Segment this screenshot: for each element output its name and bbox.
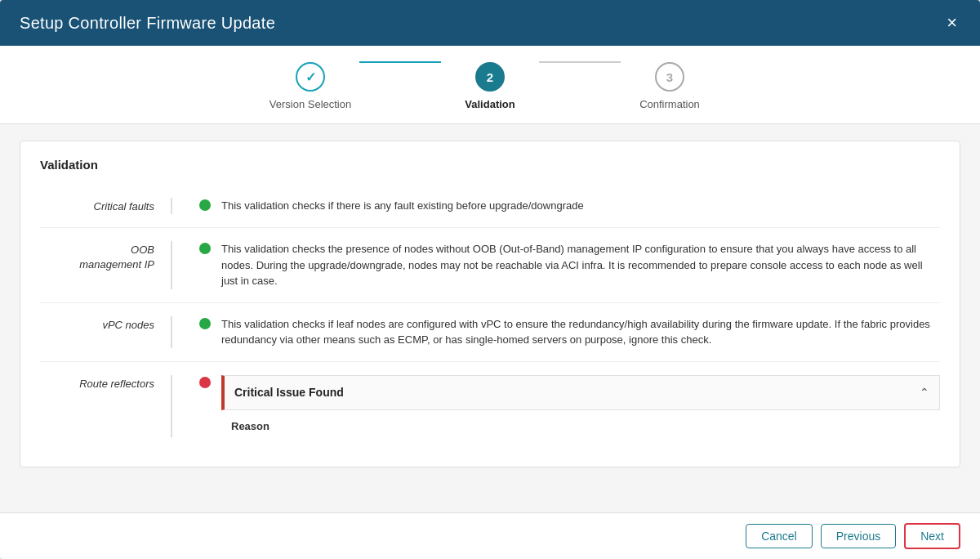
row-critical-content: Critical Issue Found ⌃ Reason — [221, 375, 940, 438]
validation-rows: Critical faults This validation checks i… — [40, 185, 940, 450]
critical-body: Reason — [221, 410, 940, 435]
modal-header: Setup Controller Firmware Update × — [0, 0, 980, 46]
step-2-number: 2 — [487, 70, 493, 84]
row-label-oob: OOB management IP — [40, 241, 171, 272]
step-1-checkmark: ✓ — [305, 69, 316, 85]
row-indicator-3 — [189, 316, 221, 329]
status-dot-green-3 — [199, 318, 211, 329]
row-indicator-4 — [189, 375, 221, 388]
step-3: 3 Confirmation — [621, 62, 719, 110]
validation-row-route-reflectors: Route reflectors Critical Issue Found ⌃ — [40, 361, 940, 451]
row-indicator-2 — [189, 241, 221, 254]
status-dot-green-1 — [199, 199, 211, 211]
validation-row-vpc: vPC nodes This validation checks if leaf… — [40, 302, 940, 361]
validation-panel-title: Validation — [40, 158, 940, 172]
step-line-2 — [539, 61, 621, 63]
step-1-circle-wrapper: ✓ — [296, 62, 325, 92]
cancel-button[interactable]: Cancel — [746, 524, 813, 548]
step-2-circle-wrapper: 2 — [475, 62, 505, 92]
chevron-up-icon[interactable]: ⌃ — [920, 384, 929, 401]
stepper-container: ✓ Version Selection 2 Validat — [261, 62, 719, 110]
step-2-label: Validation — [465, 98, 514, 110]
row-label-route-reflectors: Route reflectors — [40, 375, 171, 391]
row-desc-3: This validation checks if leaf nodes are… — [221, 316, 940, 348]
row-desc-2: This validation checks the presence of n… — [221, 241, 940, 289]
stepper: ✓ Version Selection 2 Validat — [0, 46, 980, 124]
step-1: ✓ Version Selection — [261, 62, 359, 110]
validation-row-oob: OOB management IP This validation checks… — [40, 227, 940, 302]
row-label-vpc: vPC nodes — [40, 316, 171, 333]
row-border-line-1 — [171, 198, 172, 214]
step-2-circle: 2 — [475, 62, 505, 92]
row-border-line-2 — [171, 241, 172, 289]
critical-issue-header: Critical Issue Found ⌃ — [221, 375, 940, 410]
close-button[interactable]: × — [943, 11, 960, 35]
modal-footer: Cancel Previous Next — [0, 512, 980, 559]
step-3-number: 3 — [666, 70, 673, 84]
row-border-line-3 — [171, 316, 172, 348]
step-1-circle: ✓ — [296, 62, 325, 92]
validation-row-critical-faults: Critical faults This validation checks i… — [40, 185, 940, 227]
step-3-label: Confirmation — [639, 98, 700, 110]
validation-panel: Validation Critical faults This validati… — [20, 141, 960, 467]
row-desc-1: This validation checks if there is any f… — [221, 198, 940, 214]
row-border-line-4 — [171, 375, 172, 438]
step-line-1 — [359, 61, 441, 63]
row-indicator-1 — [189, 198, 221, 211]
modal-title: Setup Controller Firmware Update — [20, 14, 275, 33]
step-2: 2 Validation — [441, 62, 539, 110]
content-area: Validation Critical faults This validati… — [0, 124, 980, 512]
modal-container: Setup Controller Firmware Update × ✓ Ver… — [0, 0, 980, 559]
row-label-critical-faults: Critical faults — [40, 198, 171, 214]
step-3-circle-wrapper: 3 — [655, 62, 684, 92]
status-dot-red-4 — [199, 377, 211, 388]
critical-issue-title: Critical Issue Found — [234, 384, 344, 401]
modal-body: ✓ Version Selection 2 Validat — [0, 46, 980, 559]
previous-button[interactable]: Previous — [821, 524, 896, 548]
status-dot-green-2 — [199, 243, 211, 254]
critical-reason-label: Reason — [231, 418, 930, 435]
next-button[interactable]: Next — [904, 523, 960, 549]
step-1-label: Version Selection — [270, 98, 351, 110]
step-3-circle: 3 — [655, 62, 684, 92]
